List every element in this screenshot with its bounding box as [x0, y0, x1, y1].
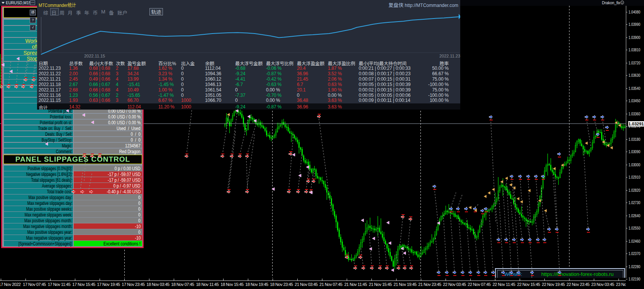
svg-text:https://innovation-forex-robot: https://innovation-forex-robots.ru [541, 271, 613, 277]
